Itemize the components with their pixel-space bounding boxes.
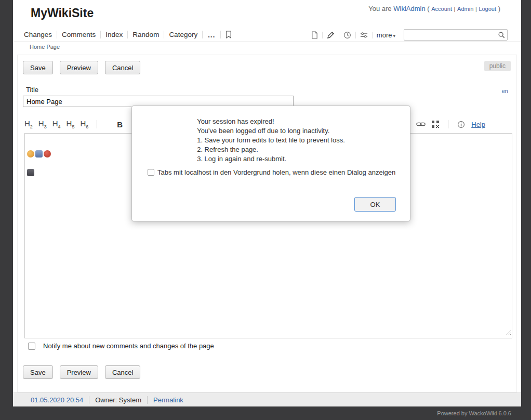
footer-separator (147, 396, 148, 404)
bold-button[interactable]: B (117, 120, 123, 129)
nav-tabs: Changes Comments Index Random Category … (24, 29, 232, 40)
nav-item-random[interactable]: Random (132, 31, 159, 38)
paren-close: ) (498, 5, 500, 12)
ok-button[interactable]: OK (354, 197, 396, 212)
heading3-button[interactable]: H3 (38, 119, 47, 129)
emoji-icon (35, 150, 43, 158)
footer-separator (89, 396, 89, 404)
help-link[interactable]: Help (471, 121, 485, 128)
save-button[interactable]: Save (23, 365, 53, 379)
suppress-dialog-checkbox[interactable] (148, 169, 154, 176)
emoji-icon (44, 150, 51, 158)
info-icon[interactable] (457, 121, 465, 128)
dialog-checkbox-row: Tabs mit localhost in den Vordergrund ho… (148, 168, 410, 176)
nav-separator (164, 31, 164, 38)
notify-checkbox[interactable] (28, 343, 35, 350)
dialog-checkbox-label: Tabs mit localhost in den Vordergrund ho… (157, 168, 395, 176)
bookmark-icon[interactable] (225, 31, 232, 38)
dialog-message-line: You've been logged off due to long inact… (197, 126, 345, 136)
nav-ellipsis-menu[interactable]: … (207, 30, 216, 39)
user-prefix: You are (368, 5, 391, 12)
nav-separator (202, 31, 203, 38)
dialog-message-line: Your session has expired! (197, 117, 345, 126)
user-link-separator: | (475, 6, 477, 12)
preview-button[interactable]: Preview (60, 61, 98, 74)
last-modified-date-link[interactable]: 01.05.2020 20:54 (31, 396, 83, 404)
editor-content-line (27, 169, 34, 178)
paren-open: ( (427, 5, 429, 12)
account-link[interactable]: Account (431, 6, 452, 12)
nav-item-index[interactable]: Index (105, 31, 123, 38)
session-expired-alert-dialog: Your session has expired! You've been lo… (131, 106, 410, 221)
language-badge: en (502, 88, 508, 94)
title-label: Title (26, 86, 38, 94)
editor-content-line (27, 150, 51, 158)
icon-separator (372, 32, 373, 38)
breadcrumb[interactable]: Home Page (30, 44, 60, 50)
powered-by-text: Powered by WackoWiki 6.0.6 (437, 410, 511, 416)
user-link-separator: | (454, 6, 456, 12)
heading4-button[interactable]: H4 (52, 119, 61, 129)
dialog-message: Your session has expired! You've been lo… (197, 117, 345, 164)
resize-handle-icon[interactable] (506, 328, 511, 337)
icon-separator (339, 32, 339, 38)
search-input[interactable] (404, 29, 508, 41)
heading5-button[interactable]: H5 (67, 119, 75, 129)
page-action-icons: more▾ (311, 29, 508, 41)
toolbar-separator (448, 120, 448, 128)
dialog-message-line: 2. Refresh the page. (197, 145, 345, 154)
form-buttons-bottom: Save Preview Cancel (23, 365, 140, 379)
visibility-badge: public (484, 61, 511, 71)
search-box (404, 29, 508, 41)
admin-link[interactable]: Admin (457, 6, 473, 12)
edit-pencil-icon[interactable] (327, 31, 335, 39)
nav-separator (220, 31, 221, 38)
nav-separator (100, 31, 101, 38)
dialog-message-line: 1. Save your form edits to text file to … (197, 136, 345, 145)
link-icon[interactable] (416, 121, 426, 127)
page-view-icon[interactable] (311, 31, 318, 39)
nav-separator (127, 31, 128, 38)
chevron-down-icon: ▾ (393, 33, 395, 38)
icon-separator (322, 32, 323, 38)
form-buttons-top: Save Preview Cancel (23, 61, 140, 74)
toolbar-separator (97, 120, 97, 128)
editor-toolbar-right: Help (416, 118, 485, 130)
icon-separator (355, 32, 356, 38)
nav-separator (57, 31, 57, 38)
notify-label: Notify me about new comments and changes… (43, 342, 214, 350)
page-footer-bar: 01.05.2020 20:54 Owner: System Permalink (13, 392, 521, 406)
heading6-button[interactable]: H6 (80, 119, 88, 129)
more-menu-button[interactable]: more▾ (377, 31, 395, 39)
nav-item-changes[interactable]: Changes (24, 31, 52, 38)
header-divider (13, 42, 521, 42)
page-owner: Owner: System (95, 396, 141, 404)
save-button[interactable]: Save (23, 61, 53, 74)
dialog-message-line: 3. Log in again and re-submit. (197, 154, 345, 164)
cancel-button[interactable]: Cancel (105, 61, 140, 74)
qr-code-icon[interactable] (432, 121, 439, 128)
emoji-icon (27, 150, 34, 158)
notify-row: Notify me about new comments and changes… (28, 342, 214, 350)
username-link[interactable]: WikiAdmin (393, 5, 425, 12)
heading2-button[interactable]: H2 (24, 119, 33, 129)
nav-item-comments[interactable]: Comments (62, 31, 96, 38)
user-bar: You are WikiAdmin ( Account | Admin | Lo… (368, 5, 500, 12)
history-clock-icon[interactable] (343, 31, 351, 39)
settings-sliders-icon[interactable] (360, 31, 368, 39)
cancel-button[interactable]: Cancel (105, 365, 140, 379)
emoji-icon (27, 169, 34, 176)
logout-link[interactable]: Logout (479, 6, 496, 12)
preview-button[interactable]: Preview (60, 365, 98, 379)
more-label: more (377, 31, 392, 39)
nav-item-category[interactable]: Category (169, 31, 197, 38)
site-title[interactable]: MyWikiSite (31, 6, 94, 20)
search-icon[interactable] (498, 31, 505, 41)
permalink-link[interactable]: Permalink (153, 396, 183, 404)
